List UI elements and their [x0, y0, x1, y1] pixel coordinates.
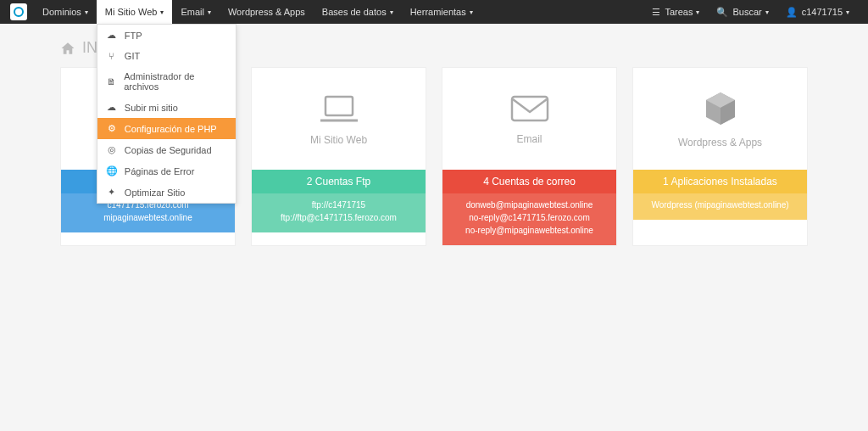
mail-icon — [509, 92, 551, 125]
home-icon — [60, 41, 75, 56]
card-list: ftp://c1471715 ftp://ftp@c1471715.ferozo… — [252, 193, 426, 232]
svg-rect-1 — [326, 97, 353, 115]
nav-tools[interactable]: Herramientas▾ — [402, 0, 481, 24]
card-body: Email — [442, 68, 616, 170]
svg-rect-2 — [512, 97, 548, 120]
dropdown-optimize[interactable]: ✦Optimizar Sitio — [97, 182, 236, 203]
dd-label: Administrador de archivos — [124, 71, 227, 92]
life-ring-icon: ◎ — [106, 144, 118, 155]
list-item: no-reply@mipaginawebtest.online — [446, 224, 613, 237]
dd-label: Páginas de Error — [125, 166, 195, 176]
dropdown-git[interactable]: ⑂GIT — [97, 46, 236, 66]
list-item: donweb@mipaginawebtest.online — [446, 199, 613, 211]
card-label: Mi Sitio Web — [310, 134, 367, 146]
dropdown-ftp[interactable]: ☁FTP — [97, 25, 236, 46]
nav-label: Herramientas — [410, 7, 466, 17]
caret-icon: ▾ — [470, 8, 473, 16]
card-header: 2 Cuentas Ftp — [252, 170, 426, 193]
card-body: Wordpress & Apps — [633, 68, 807, 170]
caret-icon: ▾ — [846, 8, 849, 16]
nav-tasks[interactable]: ☰Tareas▾ — [643, 0, 708, 24]
nav-mi-sitio-web[interactable]: Mi Sitio Web▾ ☁FTP ⑂GIT 🗎Administrador d… — [97, 0, 173, 24]
nav-label: Buscar — [732, 7, 761, 17]
search-icon: 🔍 — [716, 7, 728, 18]
dd-label: Configuración de PHP — [125, 124, 217, 134]
dropdown-filemanager[interactable]: 🗎Administrador de archivos — [97, 66, 236, 97]
card-wordpress-apps[interactable]: Wordpress & Apps 1 Aplicaciones Instalad… — [632, 67, 808, 246]
laptop-icon — [317, 92, 361, 126]
card-list: Wordpress (mipaginawebtest.online) — [633, 193, 807, 220]
card-email[interactable]: Email 4 Cuentas de correo donweb@mipagin… — [442, 67, 617, 246]
card-label: Email — [516, 133, 542, 145]
dd-label: GIT — [125, 51, 140, 61]
list-item: ftp://c1471715 — [255, 199, 422, 211]
caret-icon: ▾ — [85, 8, 88, 16]
dd-label: FTP — [125, 31, 142, 41]
nav-user[interactable]: 👤c1471715▾ — [777, 0, 858, 24]
caret-icon: ▾ — [390, 8, 393, 16]
card-label: Wordpress & Apps — [678, 137, 762, 148]
nav-right: ☰Tareas▾ 🔍Buscar▾ 👤c1471715▾ — [643, 0, 858, 24]
list-item: no-reply@c1471715.ferozo.com — [446, 211, 613, 224]
dd-label: Copias de Seguridad — [125, 145, 212, 155]
user-icon: 👤 — [786, 7, 798, 18]
list-item: ftp://ftp@c1471715.ferozo.com — [255, 211, 422, 224]
card-body: Mi Sitio Web — [252, 68, 426, 170]
cube-icon — [701, 89, 740, 128]
nav-label: Mi Sitio Web — [105, 7, 158, 17]
cloud-download-icon: ☁ — [106, 30, 118, 41]
nav-databases[interactable]: Bases de datos▾ — [314, 0, 402, 24]
nav-label: Email — [181, 7, 204, 17]
nav-label: Wordpress & Apps — [228, 7, 305, 17]
nav-left: Dominios▾ Mi Sitio Web▾ ☁FTP ⑂GIT 🗎Admin… — [10, 0, 481, 24]
card-list: donweb@mipaginawebtest.online no-reply@c… — [442, 193, 616, 245]
list-item: Wordpress (mipaginawebtest.online) — [637, 199, 804, 211]
dropdown-backups[interactable]: ◎Copias de Seguridad — [97, 139, 236, 160]
dropdown-php-config[interactable]: ⚙Configuración de PHP — [97, 118, 236, 139]
card-header: 1 Aplicaciones Instaladas — [633, 170, 807, 193]
nav-search[interactable]: 🔍Buscar▾ — [708, 0, 776, 24]
dd-label: Optimizar Sitio — [125, 188, 186, 198]
nav-label: Bases de datos — [322, 7, 387, 17]
files-icon: 🗎 — [106, 76, 117, 87]
dd-label: Subir mi sitio — [125, 103, 178, 113]
nav-label: Tareas — [665, 7, 693, 17]
nav-dominios[interactable]: Dominios▾ — [34, 0, 97, 24]
branch-icon: ⑂ — [106, 51, 118, 61]
card-header: 4 Cuentas de correo — [442, 170, 616, 193]
brand-logo[interactable] — [10, 3, 27, 20]
globe-icon: 🌐 — [106, 165, 118, 176]
dropdown-error-pages[interactable]: 🌐Páginas de Error — [97, 160, 236, 182]
magic-icon: ✦ — [106, 187, 118, 198]
list-item: mipaginawebtest.online — [64, 211, 231, 224]
mi-sitio-web-dropdown: ☁FTP ⑂GIT 🗎Administrador de archivos ☁Su… — [97, 24, 236, 204]
gear-icon: ⚙ — [106, 123, 118, 134]
top-navbar: Dominios▾ Mi Sitio Web▾ ☁FTP ⑂GIT 🗎Admin… — [0, 0, 868, 24]
nav-label: Dominios — [42, 7, 81, 17]
nav-wordpress-apps[interactable]: Wordpress & Apps — [220, 0, 314, 24]
tasks-icon: ☰ — [652, 7, 660, 18]
caret-icon: ▾ — [160, 8, 164, 16]
cloud-upload-icon: ☁ — [106, 102, 118, 113]
nav-email[interactable]: Email▾ — [172, 0, 220, 24]
caret-icon: ▾ — [208, 8, 211, 16]
caret-icon: ▾ — [765, 8, 769, 16]
nav-label: c1471715 — [802, 7, 843, 17]
dropdown-upload-site[interactable]: ☁Subir mi sitio — [97, 97, 236, 118]
caret-icon: ▾ — [696, 8, 699, 16]
card-mi-sitio-web[interactable]: Mi Sitio Web 2 Cuentas Ftp ftp://c147171… — [251, 67, 426, 246]
